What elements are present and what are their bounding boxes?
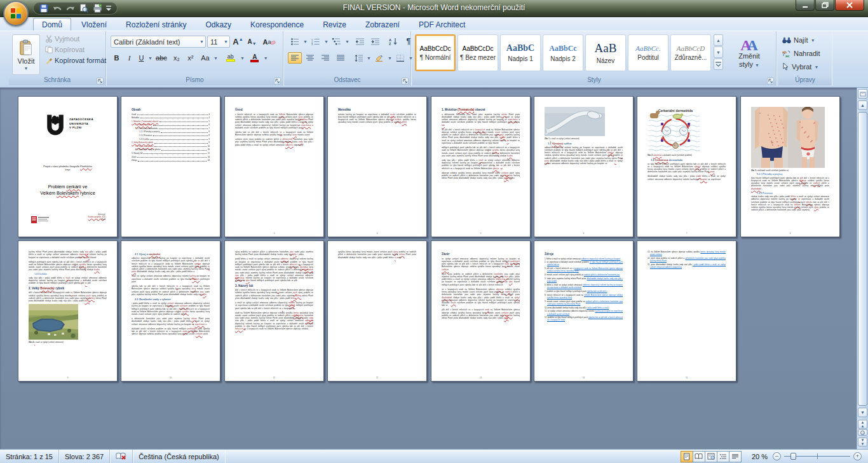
redo-icon[interactable] [65,3,76,13]
style-item-n-zev[interactable]: AaBNázev [585,34,626,71]
document-page-12[interactable]: vyrážka kterou způsobují larvy motolic z… [327,240,427,382]
select-browse-object-icon[interactable] [858,429,867,436]
multilevel-caret-icon[interactable]: ▼ [345,39,349,44]
qat-customize-icon[interactable] [105,3,112,13]
document-page-4[interactable]: Metodikanekrmit kachny po koupání se osp… [327,96,427,237]
align-left-button[interactable] [288,52,302,64]
style-item-bez-mezer[interactable]: AaBbCcDc¶ Bez mezer [458,34,498,71]
save-icon[interactable] [39,3,49,13]
cut-button[interactable]: Vyjmout [43,34,108,43]
subscript-button[interactable]: x₂ [170,52,183,64]
tab-odkazy[interactable]: Odkazy [196,18,240,31]
line-spacing-button[interactable] [351,52,365,64]
restore-button[interactable] [815,0,834,11]
find-button[interactable]: Najít▼ [782,36,815,44]
increase-indent-button[interactable] [369,36,383,47]
document-page-9[interactable]: kachny město Plzeň proto dlouhodobě sled… [18,240,118,382]
language-indicator[interactable]: Čeština (Česká republika) [133,450,225,463]
tab-zobrazen[interactable]: Zobrazení [356,18,409,31]
numbering-caret-icon[interactable]: ▼ [324,39,329,44]
document-page-5[interactable]: 1. Motolice (Trematoda) obecněa definiti… [431,96,531,237]
style-item-nadpis-1[interactable]: AaBbCNadpis 1 [500,34,541,71]
style-item-zd-razn[interactable]: AaBbCcDZdůrazně... [670,34,711,71]
style-item-podtitul[interactable]: AaBbCc.Podtitul [628,34,668,71]
word-count[interactable]: Slova: 2 367 [59,450,110,463]
style-item-nadpis-2[interactable]: AaBbCcNadpis 2 [543,34,583,71]
select-button[interactable]: Vybrat▼ [782,63,818,71]
grow-font-button[interactable]: A▲ [231,36,245,48]
change-case-button[interactable]: Aa [198,52,212,64]
format-painter-button[interactable]: Kopírovat formát [43,56,108,65]
font-name-combo[interactable]: Calibri (Základní text)▼ [111,36,206,48]
page-indicator[interactable]: Stránka: 1 z 15 [0,450,59,463]
underline-button[interactable]: U [136,52,147,64]
paragraph-dialog-launcher-icon[interactable] [402,78,409,85]
font-color-caret-icon[interactable]: ▼ [264,56,268,60]
highlight-button[interactable]: ab [222,52,239,64]
highlight-caret-icon[interactable]: ▼ [240,56,245,60]
styles-dialog-launcher-icon[interactable] [767,78,774,85]
previous-page-icon[interactable]: ▲▲ [858,420,867,429]
shading-caret-icon[interactable]: ▼ [388,56,392,60]
document-page-15[interactable]: 13. na Velkém Boleveckém rybníce objevuj… [637,240,736,382]
close-button[interactable] [835,0,864,11]
tab-vlo-en[interactable]: Vložení [72,18,116,31]
quick-print-icon[interactable] [92,3,102,13]
web-layout-view-icon[interactable] [705,451,717,462]
print-layout-view-icon[interactable] [681,451,693,462]
document-page-11[interactable]: vývoj probíhá ve vodních plžích a defini… [224,240,324,382]
document-page-14[interactable]: Zdroje1. břehů a snaží se výskyt cerkári… [534,240,634,382]
zoom-thumb[interactable] [790,453,796,460]
justify-button[interactable] [334,52,348,64]
shrink-font-button[interactable]: A▼ [246,36,258,48]
tab-korespondence[interactable]: Korespondence [241,18,313,31]
change-styles-button[interactable]: AA Změnitstyly ▼ [726,34,772,73]
tab-revize[interactable]: Revize [314,18,355,31]
tab-dom[interactable]: Domů [33,18,71,31]
scroll-down-icon[interactable]: ▼ [858,408,867,417]
copy-button[interactable]: Kopírovat [43,45,108,54]
styles-scroll-up-icon[interactable]: ▲ [714,34,723,46]
underline-caret-icon[interactable]: ▼ [148,56,153,60]
office-button[interactable] [3,1,29,26]
clipboard-dialog-launcher-icon[interactable] [97,78,104,85]
document-page-2[interactable]: ObsahÚvod4Metodika41. Motolice (Trematod… [121,96,220,237]
bullets-caret-icon[interactable]: ▼ [303,39,308,44]
font-dialog-launcher-icon[interactable] [274,78,281,85]
multilevel-list-button[interactable] [330,36,344,47]
paste-button[interactable]: Vložit ▼ [12,34,40,75]
numbering-button[interactable]: 123 [309,36,323,47]
replace-button[interactable]: abac Nahradit [782,50,820,57]
document-page-1[interactable]: ZÁPADOČESKÁUNIVERZITAV PLZNIProjekt v rá… [18,96,118,237]
tab-rozlo-en-str-nky[interactable]: Rozložení stránky [117,18,195,31]
style-item-norm-ln[interactable]: AaBbCcDc¶ Normální [415,34,456,71]
next-page-icon[interactable]: ▼▼ [858,438,867,446]
bold-button[interactable]: B [111,52,123,64]
vertical-scrollbar[interactable]: ▲ ▼ ▲▲ ▼▼ [857,88,868,449]
clear-formatting-button[interactable]: Aa [261,36,278,48]
document-page-7[interactable]: Cerkariální dermatitidaObr. 2 osprchovat… [637,96,736,237]
font-size-combo[interactable]: 11▼ [207,36,230,48]
proofing-status[interactable] [110,450,133,463]
font-color-button[interactable]: A [247,52,262,64]
document-page-13[interactable]: Závěrse výskyt cerkárií omezovat odborní… [431,240,531,382]
styles-more-icon[interactable] [714,59,723,70]
sort-button[interactable]: AZ [386,36,400,47]
scroll-up-icon[interactable]: ▲ [858,100,867,110]
zoom-track[interactable] [784,452,850,460]
align-center-button[interactable] [303,52,317,64]
document-page-6[interactable]: Obr. 1 a snaží se výskyt (cerkárií omezo… [534,96,634,237]
strikethrough-button[interactable]: abc [154,52,169,64]
minimize-button[interactable] [796,0,815,11]
zoom-in-icon[interactable]: + [853,452,862,460]
bullets-button[interactable] [288,36,302,47]
superscript-button[interactable]: x² [184,52,197,64]
styles-scroll-down-icon[interactable]: ▼ [714,46,723,58]
draft-view-icon[interactable] [729,451,742,462]
borders-button[interactable] [393,52,407,64]
decrease-indent-button[interactable] [353,36,367,47]
tab-pdf-architect[interactable]: PDF Architect [410,18,474,31]
ruler-toggle-icon[interactable] [858,89,867,99]
print-preview-icon[interactable] [79,3,89,13]
change-case-caret-icon[interactable]: ▼ [214,56,218,60]
